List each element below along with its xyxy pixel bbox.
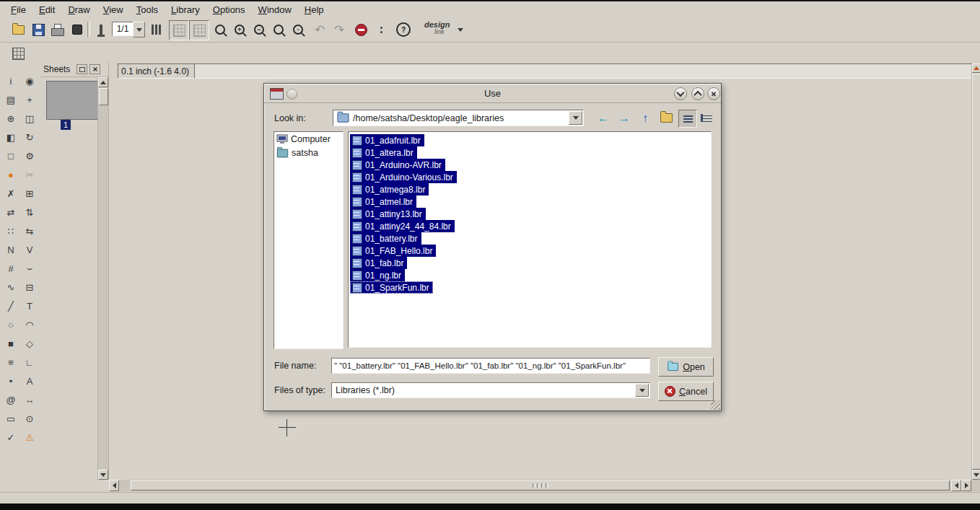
label-tool[interactable]: A bbox=[20, 372, 39, 390]
sheet-selector[interactable]: 1/1 bbox=[112, 22, 134, 36]
scroll-down-button[interactable] bbox=[972, 470, 980, 480]
back-button[interactable]: ← bbox=[595, 110, 612, 126]
menu-item[interactable]: Window bbox=[252, 3, 298, 17]
info-tool[interactable]: i bbox=[1, 72, 20, 89]
scroll-left-button[interactable] bbox=[109, 480, 119, 491]
zoom-select-button[interactable]: ▫ bbox=[289, 20, 307, 39]
net-tool[interactable]: ∟ bbox=[20, 353, 39, 371]
file-item[interactable]: 01_altera.lbr bbox=[350, 146, 417, 159]
files-of-type-combobox[interactable]: Libraries (*.lbr) bbox=[331, 382, 650, 398]
file-item[interactable]: 01_SparkFun.lbr bbox=[350, 281, 433, 294]
print-button[interactable] bbox=[48, 20, 67, 39]
scrollbar-track[interactable] bbox=[119, 480, 951, 491]
list-view-button[interactable] bbox=[678, 110, 697, 128]
places-pane[interactable]: Computer satsha bbox=[274, 131, 344, 349]
help-button[interactable]: ? bbox=[394, 20, 413, 39]
scrollbar-thumb[interactable] bbox=[972, 74, 980, 470]
menu-item[interactable]: Edit bbox=[32, 3, 61, 17]
value-tool[interactable]: V bbox=[20, 241, 39, 258]
erc-tool[interactable]: ✓ bbox=[1, 428, 20, 446]
stop-button[interactable] bbox=[351, 20, 370, 39]
rotate-tool[interactable]: ↻ bbox=[20, 128, 39, 146]
bus-tool[interactable]: ≡ bbox=[1, 353, 20, 371]
mirror-tool[interactable]: ◧ bbox=[1, 128, 20, 146]
name-tool[interactable]: N bbox=[1, 241, 20, 258]
designlink-logo[interactable]: design link bbox=[424, 21, 458, 38]
file-item[interactable]: 01_battery.lbr bbox=[350, 232, 421, 245]
zoom-in-button[interactable]: + bbox=[230, 20, 249, 39]
scroll-down-button[interactable] bbox=[98, 470, 108, 480]
replace-tool[interactable]: ⇆ bbox=[20, 222, 39, 239]
detail-view-button[interactable] bbox=[698, 110, 715, 126]
dimension-tool[interactable]: ↔ bbox=[20, 391, 39, 408]
sheets-panel-header[interactable]: Sheets bbox=[40, 62, 108, 77]
file-item[interactable]: 01_ng.lbr bbox=[350, 269, 405, 281]
panel-float-button[interactable] bbox=[76, 64, 87, 74]
menu-item[interactable]: Help bbox=[298, 3, 331, 17]
split-tool[interactable]: ∿ bbox=[1, 278, 20, 296]
window-shade-button[interactable] bbox=[674, 87, 687, 100]
polygon-tool[interactable]: ◇ bbox=[20, 335, 39, 352]
menu-item[interactable]: File bbox=[4, 3, 32, 17]
up-directory-button[interactable]: ↑ bbox=[636, 110, 654, 126]
file-item[interactable]: 01_FAB_Hello.lbr bbox=[350, 245, 436, 257]
window-maximize-button[interactable] bbox=[691, 87, 704, 100]
gateswap-tool[interactable]: ⇅ bbox=[20, 203, 39, 221]
designlink-arrow[interactable] bbox=[455, 20, 466, 39]
circle-tool[interactable]: ○ bbox=[1, 316, 20, 333]
arc-tool[interactable]: ◠ bbox=[20, 316, 39, 333]
show-tool[interactable]: ◉ bbox=[20, 72, 39, 89]
look-in-combobox[interactable]: /home/satsha/Desktop/eagle_libraries bbox=[333, 110, 584, 126]
file-item[interactable]: 01_Arduino-AVR.lbr bbox=[350, 159, 445, 171]
menu-item[interactable]: Library bbox=[165, 3, 206, 17]
pinswap-tool[interactable]: ⇄ bbox=[1, 203, 20, 221]
look-in-dropdown-arrow[interactable] bbox=[569, 111, 582, 125]
paint-tool[interactable]: ● bbox=[1, 166, 20, 183]
file-item[interactable]: 01_attiny24_44_84.lbr bbox=[350, 220, 455, 232]
miter-tool[interactable]: ⌣ bbox=[20, 260, 39, 277]
zoom-redraw-button[interactable] bbox=[269, 20, 288, 39]
frame-tool[interactable]: ▭ bbox=[1, 410, 20, 427]
zoom-out-button[interactable]: − bbox=[250, 20, 268, 39]
file-item[interactable]: 01_adafruit.lbr bbox=[350, 134, 424, 146]
open-button[interactable] bbox=[9, 20, 27, 39]
sheets-scrollbar[interactable] bbox=[97, 77, 108, 480]
port-tool[interactable]: ⊙ bbox=[20, 410, 39, 427]
file-item[interactable]: 01_atmega8.lbr bbox=[350, 183, 429, 195]
run-script-button[interactable] bbox=[372, 20, 390, 39]
delete-tool[interactable]: ✗ bbox=[1, 185, 20, 202]
move-tool[interactable]: ⊕ bbox=[1, 110, 20, 127]
open-button[interactable]: Open bbox=[658, 357, 714, 377]
window-menu-button[interactable] bbox=[286, 89, 297, 100]
vertical-scrollbar[interactable] bbox=[971, 63, 980, 480]
cancel-button[interactable]: Cancel bbox=[658, 382, 714, 401]
scroll-left-button-2[interactable] bbox=[951, 480, 961, 491]
display-tool[interactable]: ▤ bbox=[1, 91, 20, 108]
file-item[interactable]: 01_atmel.lbr bbox=[350, 195, 416, 208]
junction-tool[interactable]: • bbox=[1, 372, 20, 390]
resize-grip[interactable] bbox=[711, 400, 720, 410]
place-item-satsha[interactable]: satsha bbox=[274, 146, 343, 159]
wire-tool[interactable]: ╱ bbox=[1, 297, 20, 315]
text-tool[interactable]: T bbox=[20, 297, 39, 315]
smash-tool[interactable]: # bbox=[1, 260, 20, 277]
group-tool[interactable]: □ bbox=[1, 147, 20, 164]
rect-tool[interactable]: ■ bbox=[1, 335, 20, 352]
mark-tool[interactable]: + bbox=[20, 91, 39, 108]
zoom-fit-button[interactable] bbox=[211, 20, 229, 39]
menu-item[interactable]: View bbox=[97, 3, 130, 17]
place-item-computer[interactable]: Computer bbox=[274, 132, 343, 146]
file-list[interactable]: 01_adafruit.lbr 01_altera.lbr 01_Arduino… bbox=[348, 131, 712, 348]
scrollbar-thumb[interactable] bbox=[99, 88, 108, 105]
file-name-input[interactable]: " "01_battery.lbr" "01_FAB_Hello.lbr" "0… bbox=[331, 358, 650, 374]
type-dropdown-arrow[interactable] bbox=[635, 384, 649, 397]
horizontal-scrollbar[interactable] bbox=[109, 480, 971, 491]
command-line-input[interactable] bbox=[194, 63, 974, 79]
cut-tool[interactable]: ✂ bbox=[20, 166, 39, 183]
file-item[interactable]: 01_Arduino-Various.lbr bbox=[350, 171, 457, 183]
scroll-up-button[interactable] bbox=[98, 77, 108, 87]
scroll-right-button[interactable] bbox=[961, 480, 971, 491]
attribute-tool[interactable]: @ bbox=[1, 391, 20, 408]
panel-close-button[interactable] bbox=[89, 64, 100, 74]
undo-button[interactable]: ↶ bbox=[310, 20, 329, 39]
